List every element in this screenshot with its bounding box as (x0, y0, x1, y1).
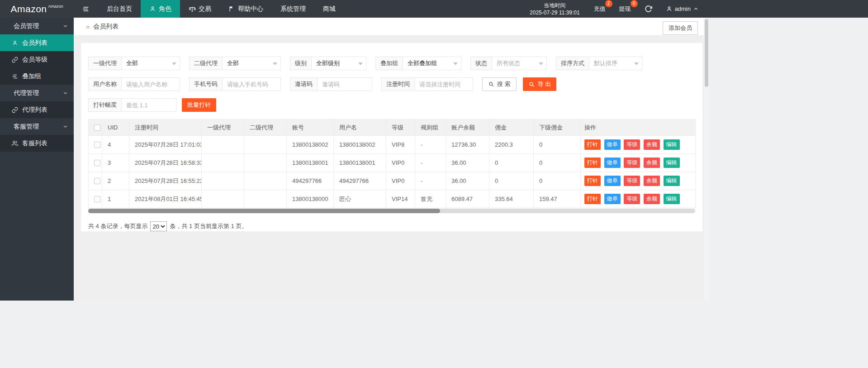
sidebar-group-service-management[interactable]: 客服管理 (0, 118, 74, 135)
col-header-level: 等级 (386, 119, 415, 136)
sidebar-group-member-management[interactable]: 会员管理 (0, 18, 74, 34)
sidebar-item-service-list[interactable]: 客服列表 (0, 135, 74, 152)
edit-button[interactable]: 编辑 (664, 194, 680, 204)
filter-label: 打针幅度 (88, 98, 121, 112)
table-row: 2 2025年07月28日 16:55:23 494297766 4942977… (89, 172, 696, 190)
inject-button[interactable]: 打针 (584, 194, 601, 204)
caret-down-icon (172, 62, 176, 65)
topbar-right: 当地时间 2025-07-29 11:39:01 充值 2 提现 0 admin (522, 0, 706, 18)
cell-username: 匠心 (334, 190, 386, 208)
sort-select[interactable]: 默认排序 (589, 57, 642, 70)
balance-button[interactable]: 余额 (644, 176, 660, 186)
nav-item-trade[interactable]: 交易 (180, 0, 220, 18)
reg-time-input[interactable] (414, 77, 473, 91)
vertical-scrollbar-thumb[interactable] (705, 19, 708, 87)
sidebar-item-overlay-group[interactable]: 叠加组 (0, 68, 74, 85)
sidebar-item-member-level[interactable]: 会员等级 (0, 51, 74, 68)
cell-balance: 6089.47 (446, 190, 489, 208)
edit-button[interactable]: 编辑 (664, 158, 680, 168)
filter-label: 注册时间 (381, 77, 414, 91)
sidebar-group-agent-management[interactable]: 代理管理 (0, 85, 74, 101)
recharge-label: 充值 (594, 5, 606, 13)
withdraw-button[interactable]: 提现 0 (612, 0, 638, 18)
level-button[interactable]: 等级 (624, 194, 640, 204)
sidebar-item-member-list[interactable]: 会员列表 (0, 34, 74, 51)
inject-range-input[interactable] (121, 98, 176, 112)
balance-button[interactable]: 余额 (644, 139, 660, 150)
hamburger-icon (82, 5, 90, 13)
filter-sort: 排序方式 默认排序 (556, 57, 642, 70)
chevron-down-icon (62, 124, 68, 129)
inject-button[interactable]: 打针 (584, 176, 601, 186)
chevron-up-icon (693, 6, 699, 12)
scales-icon (189, 5, 196, 13)
nav-item-dashboard[interactable]: 后台首页 (98, 0, 141, 18)
col-header-commission: 佣金 (489, 119, 534, 136)
phone-input[interactable] (222, 77, 281, 91)
nav-item-help-center[interactable]: 帮助中心 (220, 0, 272, 18)
export-button[interactable]: 导 出 (523, 77, 557, 91)
nav-item-roles[interactable]: 角色 (141, 0, 180, 18)
overlay-group-select[interactable]: 全部叠加组 (403, 57, 461, 70)
level-button[interactable]: 等级 (624, 158, 640, 168)
nav-item-mall[interactable]: 商城 (314, 0, 344, 18)
admin-menu[interactable]: admin (659, 0, 706, 18)
sidebar-item-agent-list[interactable]: 代理列表 (0, 101, 74, 118)
main-content: » 会员列表 添加会员 一级代理 全部 二级代理 全部 级别 全部级别 叠加组 … (74, 18, 704, 301)
vertical-scrollbar[interactable] (704, 18, 709, 301)
caret-down-icon (358, 62, 363, 65)
level-select[interactable]: 全部级别 (311, 57, 366, 70)
level-button[interactable]: 等级 (624, 139, 640, 150)
filter-label: 级别 (290, 57, 311, 70)
row-checkbox[interactable] (94, 160, 100, 166)
username-input[interactable] (121, 77, 180, 91)
col-header-reg-time: 注册时间 (129, 119, 202, 136)
page-size-select[interactable]: 20 (150, 221, 167, 231)
nav-item-system[interactable]: 系统管理 (272, 0, 314, 18)
level-button[interactable]: 等级 (624, 176, 640, 186)
cell-username: 13800138001 (334, 154, 386, 172)
recharge-button[interactable]: 充值 2 (587, 0, 612, 18)
cell-agent1 (202, 154, 244, 172)
filter-label: 叠加组 (375, 57, 403, 70)
sidebar-group-label: 代理管理 (14, 89, 39, 97)
make-order-button[interactable]: 做单 (604, 158, 621, 168)
cell-reg-time: 2021年08月01日 16:45:45 (129, 190, 202, 208)
make-order-button[interactable]: 做单 (604, 176, 621, 186)
pagination-text-before: 共 4 条记录，每页显示 (88, 222, 147, 230)
cell-balance: 36.00 (446, 154, 489, 172)
inject-button[interactable]: 打针 (584, 158, 601, 168)
select-all-checkbox[interactable] (94, 124, 100, 131)
table-row: 3 2025年07月28日 16:58:33 13800138001 13800… (89, 154, 696, 172)
row-checkbox[interactable] (94, 196, 100, 202)
row-checkbox[interactable] (94, 178, 100, 184)
horizontal-scrollbar-thumb[interactable] (88, 209, 440, 213)
sidebar-group-label: 会员管理 (14, 22, 39, 30)
refresh-button[interactable] (638, 0, 659, 18)
filter-row-selects: 一级代理 全部 二级代理 全部 级别 全部级别 叠加组 全部叠加组 状态 所有状… (88, 57, 695, 70)
app-logo[interactable]: Amazon Amazon (0, 0, 74, 18)
cell-uid: 1 (102, 190, 129, 208)
balance-button[interactable]: 余额 (644, 158, 660, 168)
sidebar-toggle-button[interactable] (74, 0, 98, 18)
filter-label: 一级代理 (88, 57, 121, 70)
cell-username: 13800138002 (334, 136, 386, 154)
make-order-button[interactable]: 做单 (604, 194, 621, 204)
invite-code-input[interactable] (317, 77, 372, 91)
make-order-button[interactable]: 做单 (604, 139, 621, 150)
edit-button[interactable]: 编辑 (664, 139, 680, 150)
add-member-button[interactable]: 添加会员 (663, 21, 698, 35)
col-header-agent2: 二级代理 (244, 119, 287, 136)
inject-button[interactable]: 打针 (584, 139, 601, 150)
status-select[interactable]: 所有状态 (492, 57, 547, 70)
batch-inject-button[interactable]: 批量打针 (182, 98, 216, 112)
agent2-select[interactable]: 全部 (222, 57, 281, 70)
edit-button[interactable]: 编辑 (664, 176, 680, 186)
caret-down-icon (273, 62, 277, 65)
horizontal-scrollbar[interactable] (88, 209, 695, 213)
balance-button[interactable]: 余额 (644, 194, 660, 204)
search-button[interactable]: 搜 索 (482, 77, 517, 91)
chevron-down-icon (62, 23, 68, 29)
agent1-select[interactable]: 全部 (121, 57, 180, 70)
row-checkbox[interactable] (94, 142, 100, 148)
